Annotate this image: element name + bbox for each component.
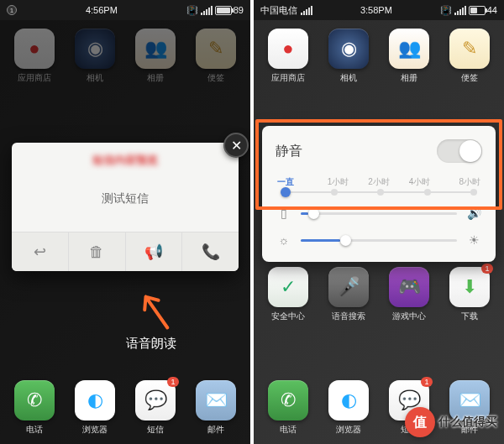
mute-label: 静音 — [276, 143, 302, 160]
app-label: 浏览器 — [82, 424, 108, 436]
battery-indicator: 89 — [215, 5, 244, 15]
app-label: 邮件 — [207, 424, 224, 436]
screenshot-pair: 1 4:56PM 📳 89 ●应用商店◉相机👥相册✎便签 ✕ 短信内容预览 测试… — [0, 0, 504, 444]
app-label: 电话 — [280, 424, 297, 436]
app-icon: ◉ — [328, 29, 369, 69]
app-label: 浏览器 — [336, 424, 361, 436]
brightness-high-icon: ☀ — [465, 233, 482, 247]
duration-dot[interactable] — [281, 187, 291, 197]
app-电话[interactable]: ✆电话 — [5, 380, 64, 441]
app-icon: ● — [268, 29, 308, 69]
phone-left: 1 4:56PM 📳 89 ●应用商店◉相机👥相册✎便签 ✕ 短信内容预览 测试… — [0, 0, 250, 444]
app-icon: ✆ — [14, 380, 55, 420]
app-label: 便签 — [461, 72, 478, 84]
duration-labels: 一直1小时2小时4小时8小时 — [277, 176, 480, 188]
app-相册[interactable]: 👥相册 — [380, 29, 438, 84]
volume-slider[interactable] — [301, 212, 457, 215]
status-time: 3:58PM — [360, 5, 392, 15]
app-label: 短信 — [147, 424, 164, 436]
vibrate-icon: 📳 — [186, 5, 198, 16]
status-time: 4:56PM — [86, 5, 118, 15]
badge: 1 — [167, 377, 179, 387]
app-游戏中心[interactable]: 🎮游戏中心 — [380, 267, 438, 322]
annotation-text: 语音朗读 — [126, 336, 176, 352]
popup-message: 测试短信 — [12, 175, 239, 232]
app-语音搜索[interactable]: 🎤语音搜索 — [319, 267, 378, 322]
app-label: 相册 — [401, 72, 417, 84]
app-浏览器[interactable]: ◐浏览器 — [66, 380, 124, 441]
carrier-label: 中国电信 — [260, 4, 297, 17]
app-电话[interactable]: ✆电话 — [259, 380, 318, 441]
duration-dot[interactable] — [331, 189, 338, 196]
app-icon: ✎ — [449, 29, 490, 69]
duration-option[interactable]: 8小时 — [440, 176, 480, 188]
app-相机[interactable]: ◉相机 — [319, 29, 378, 84]
dock: ✆电话◐浏览器💬1短信✉️邮件 — [0, 375, 250, 444]
phone-right: 中国电信 3:58PM 📳 44 ●应用商店◉相机👥相册✎便签 ✓安全中心🎤语音… — [254, 0, 504, 444]
app-label: 相机 — [340, 72, 357, 84]
reply-button[interactable]: ↩ — [12, 232, 69, 271]
app-icon: 🎤 — [328, 267, 369, 307]
app-icon: ◐ — [328, 380, 369, 420]
sms-popup: ✕ 短信内容预览 测试短信 ↩ 🗑 📢 📞 — [12, 143, 239, 271]
status-bar: 1 4:56PM 📳 89 — [0, 0, 250, 20]
app-label: 游戏中心 — [392, 311, 426, 322]
duration-option[interactable]: 2小时 — [359, 176, 399, 188]
call-button[interactable]: 📞 — [182, 232, 239, 271]
brightness-low-icon: ☼ — [276, 233, 292, 247]
app-label: 电话 — [26, 424, 43, 436]
app-icon: 👥 — [389, 29, 429, 69]
delete-button[interactable]: 🗑 — [69, 232, 126, 271]
vibrate-icon: ▯ — [276, 206, 292, 220]
duration-option[interactable]: 一直 — [277, 176, 318, 188]
app-安全中心[interactable]: ✓安全中心 — [259, 267, 318, 322]
duration-dot[interactable] — [377, 189, 384, 196]
mute-toggle[interactable] — [437, 139, 482, 163]
app-短信[interactable]: 💬1短信 — [126, 380, 185, 441]
volume-icon: 🔊 — [465, 206, 482, 220]
app-应用商店[interactable]: ●应用商店 — [259, 29, 318, 84]
badge: 1 — [421, 377, 433, 387]
app-便签[interactable]: ✎便签 — [440, 29, 499, 84]
app-邮件[interactable]: ✉️邮件 — [186, 380, 245, 441]
popup-actions: ↩ 🗑 📢 📞 — [12, 232, 239, 271]
app-label: 下载 — [461, 311, 478, 322]
signal-icon — [454, 6, 466, 15]
app-icon: ✓ — [268, 267, 308, 307]
notification-badge[interactable]: 1 — [7, 5, 17, 15]
vibrate-icon: 📳 — [440, 5, 452, 16]
app-下载[interactable]: ⬇1下载 — [440, 267, 499, 322]
signal-icon — [201, 6, 213, 15]
duration-option[interactable]: 4小时 — [399, 176, 439, 188]
duration-dot[interactable] — [470, 189, 477, 196]
status-bar: 中国电信 3:58PM 📳 44 — [254, 0, 504, 20]
volume-panel: 静音 一直1小时2小时4小时8小时 ▯ 🔊 ☼ ☀ — [262, 126, 496, 262]
brightness-slider-row: ☼ ☀ — [276, 233, 482, 247]
watermark: 值 什么值得买 — [405, 407, 497, 437]
app-icon: ✆ — [268, 380, 308, 420]
duration-slider[interactable] — [281, 191, 477, 193]
app-icon: 🎮 — [389, 267, 429, 307]
app-label: 安全中心 — [271, 311, 305, 322]
app-icon: ✉️ — [196, 380, 236, 420]
duration-dot[interactable] — [424, 189, 431, 196]
app-label: 语音搜索 — [332, 311, 365, 322]
speak-button[interactable]: 📢 — [126, 232, 183, 271]
volume-slider-row: ▯ 🔊 — [276, 206, 482, 220]
signal-icon — [301, 6, 312, 15]
app-label: 应用商店 — [271, 72, 305, 84]
app-icon: ◐ — [75, 380, 115, 420]
popup-sender: 短信内容预览 — [12, 143, 239, 175]
battery-indicator: 44 — [469, 5, 497, 15]
brightness-slider[interactable] — [301, 239, 457, 242]
app-浏览器[interactable]: ◐浏览器 — [319, 380, 378, 441]
watermark-text: 什么值得买 — [438, 415, 497, 430]
duration-option[interactable]: 1小时 — [318, 176, 358, 188]
watermark-icon: 值 — [405, 407, 435, 437]
badge: 1 — [481, 264, 493, 274]
